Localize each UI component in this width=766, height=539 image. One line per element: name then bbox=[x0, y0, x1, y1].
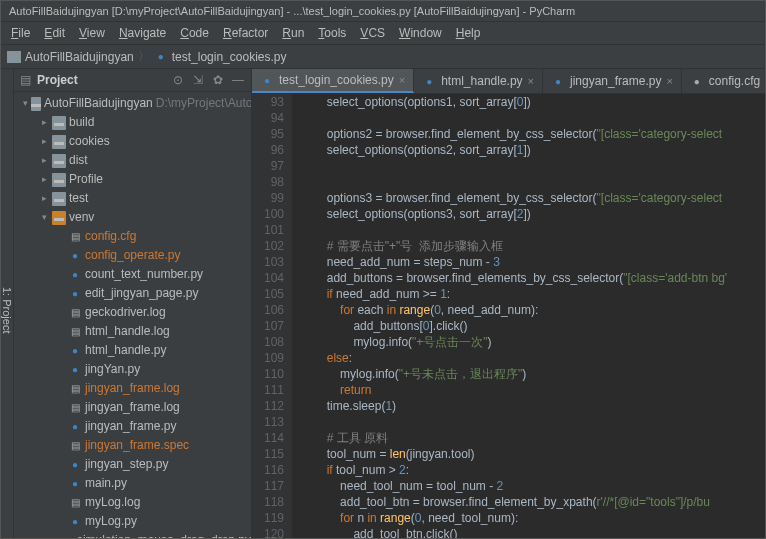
tree-item[interactable]: ●main.py bbox=[14, 474, 251, 493]
tree-item[interactable]: ▤myLog.log bbox=[14, 493, 251, 512]
editor: ●test_login_cookies.py×●html_handle.py×●… bbox=[252, 69, 766, 539]
folder-icon: ▬ bbox=[31, 97, 41, 111]
close-icon[interactable]: × bbox=[666, 75, 672, 87]
tree-item-label: test bbox=[69, 190, 88, 207]
tree-item[interactable]: ▾▬AutoFillBaidujingyan D:\myProject\Auto… bbox=[14, 94, 251, 113]
code-line[interactable]: tool_num = len(jingyan.tool) bbox=[300, 446, 766, 462]
tree-arrow-icon[interactable]: ▸ bbox=[39, 133, 49, 150]
code-line[interactable] bbox=[300, 222, 766, 238]
tree-arrow-icon[interactable]: ▸ bbox=[39, 114, 49, 131]
code-line[interactable]: return bbox=[300, 382, 766, 398]
tree-item[interactable]: ▸▬build bbox=[14, 113, 251, 132]
menu-run[interactable]: Run bbox=[276, 24, 310, 42]
breadcrumb-root[interactable]: AutoFillBaidujingyan bbox=[25, 50, 134, 64]
code-line[interactable] bbox=[300, 158, 766, 174]
menu-vcs[interactable]: VCS bbox=[354, 24, 391, 42]
tree-item-label: html_handle.log bbox=[85, 323, 170, 340]
project-tree[interactable]: ▾▬AutoFillBaidujingyan D:\myProject\Auto… bbox=[14, 92, 251, 539]
code-line[interactable]: # 需要点击"+"号 添加步骤输入框 bbox=[300, 238, 766, 254]
code-line[interactable]: add_tool_btn = browser.find_element_by_x… bbox=[300, 494, 766, 510]
code-line[interactable]: if need_add_num >= 1: bbox=[300, 286, 766, 302]
folder-icon: ▤ bbox=[20, 73, 31, 87]
tree-item[interactable]: ▤html_handle.log bbox=[14, 322, 251, 341]
tree-item[interactable]: ●jingYan.py bbox=[14, 360, 251, 379]
tab-test_login_cookies-py[interactable]: ●test_login_cookies.py× bbox=[252, 69, 414, 93]
tree-item[interactable]: ●simulation_mouse_drag_drop.py bbox=[14, 531, 251, 539]
tree-item[interactable]: ▤jingyan_frame.log bbox=[14, 398, 251, 417]
tree-item[interactable]: ●jingyan_step.py bbox=[14, 455, 251, 474]
code-line[interactable] bbox=[300, 174, 766, 190]
code-line[interactable]: add_tool_btn.click() bbox=[300, 526, 766, 539]
menu-tools[interactable]: Tools bbox=[312, 24, 352, 42]
tree-item[interactable]: ●count_text_number.py bbox=[14, 265, 251, 284]
code-line[interactable] bbox=[300, 414, 766, 430]
expand-icon[interactable]: ⇲ bbox=[191, 73, 205, 87]
tree-item[interactable]: ▸▬Profile bbox=[14, 170, 251, 189]
tree-arrow-icon[interactable]: ▾ bbox=[39, 209, 49, 226]
breadcrumb-separator: 〉 bbox=[138, 48, 150, 65]
code-content[interactable]: select_options(options1, sort_array[0]) … bbox=[292, 94, 766, 539]
menu-view[interactable]: View bbox=[73, 24, 111, 42]
menu-help[interactable]: Help bbox=[450, 24, 487, 42]
tree-item[interactable]: ●jingyan_frame.py bbox=[14, 417, 251, 436]
code-line[interactable]: else: bbox=[300, 350, 766, 366]
tree-item[interactable]: ▤config.cfg bbox=[14, 227, 251, 246]
code-line[interactable]: options3 = browser.find_element_by_css_s… bbox=[300, 190, 766, 206]
code-line[interactable]: mylog.info("+号未点击，退出程序") bbox=[300, 366, 766, 382]
tree-item-label: AutoFillBaidujingyan bbox=[44, 95, 153, 112]
code-line[interactable]: need_add_num = steps_num - 3 bbox=[300, 254, 766, 270]
code-line[interactable]: mylog.info("+号点击一次") bbox=[300, 334, 766, 350]
tree-item[interactable]: ▾▬venv bbox=[14, 208, 251, 227]
breadcrumb-file[interactable]: test_login_cookies.py bbox=[172, 50, 287, 64]
tab-jingyan_frame-py[interactable]: ●jingyan_frame.py× bbox=[543, 69, 682, 93]
tree-item[interactable]: ●edit_jingyan_page.py bbox=[14, 284, 251, 303]
line-number: 99 bbox=[264, 190, 284, 206]
code-line[interactable]: for each in range(0, need_add_num): bbox=[300, 302, 766, 318]
tree-item-label: Profile bbox=[69, 171, 103, 188]
code-line[interactable]: select_options(options2, sort_array[1]) bbox=[300, 142, 766, 158]
menu-edit[interactable]: Edit bbox=[38, 24, 71, 42]
menu-window[interactable]: Window bbox=[393, 24, 448, 42]
tree-item-label: myLog.log bbox=[85, 494, 140, 511]
code-line[interactable]: # 工具 原料 bbox=[300, 430, 766, 446]
tab-html_handle-py[interactable]: ●html_handle.py× bbox=[414, 69, 543, 93]
code-line[interactable]: select_options(options1, sort_array[0]) bbox=[300, 94, 766, 110]
menu-refactor[interactable]: Refactor bbox=[217, 24, 274, 42]
tree-item[interactable]: ▤jingyan_frame.log bbox=[14, 379, 251, 398]
code-line[interactable]: add_buttons = browser.find_elements_by_c… bbox=[300, 270, 766, 286]
code-line[interactable]: select_options(options3, sort_array[2]) bbox=[300, 206, 766, 222]
hide-icon[interactable]: — bbox=[231, 73, 245, 87]
tree-arrow-icon[interactable]: ▸ bbox=[39, 152, 49, 169]
project-tool-tab[interactable]: 1: Project bbox=[1, 69, 14, 539]
menu-file[interactable]: File bbox=[5, 24, 36, 42]
code-line[interactable]: for n in range(0, need_tool_num): bbox=[300, 510, 766, 526]
code-line[interactable]: if tool_num > 2: bbox=[300, 462, 766, 478]
close-icon[interactable]: × bbox=[528, 75, 534, 87]
collapse-icon[interactable]: ⊙ bbox=[171, 73, 185, 87]
tree-item-label: edit_jingyan_page.py bbox=[85, 285, 198, 302]
menu-code[interactable]: Code bbox=[174, 24, 215, 42]
tree-arrow-icon[interactable]: ▸ bbox=[39, 171, 49, 188]
tree-item[interactable]: ●html_handle.py bbox=[14, 341, 251, 360]
tree-arrow-icon[interactable]: ▸ bbox=[39, 190, 49, 207]
tree-item[interactable]: ▸▬cookies bbox=[14, 132, 251, 151]
tree-item[interactable]: ▸▬dist bbox=[14, 151, 251, 170]
menu-navigate[interactable]: Navigate bbox=[113, 24, 172, 42]
tree-item[interactable]: ▤geckodriver.log bbox=[14, 303, 251, 322]
tree-item[interactable]: ▸▬test bbox=[14, 189, 251, 208]
tree-item[interactable]: ▤jingyan_frame.spec bbox=[14, 436, 251, 455]
tree-item[interactable]: ●myLog.py bbox=[14, 512, 251, 531]
settings-icon[interactable]: ✿ bbox=[211, 73, 225, 87]
code-line[interactable]: need_tool_num = tool_num - 2 bbox=[300, 478, 766, 494]
line-number: 103 bbox=[264, 254, 284, 270]
tree-item[interactable]: ●config_operate.py bbox=[14, 246, 251, 265]
close-icon[interactable]: × bbox=[399, 74, 405, 86]
tab-config-cfg[interactable]: ●config.cfg× bbox=[682, 69, 766, 93]
code-line[interactable]: options2 = browser.find_element_by_css_s… bbox=[300, 126, 766, 142]
code-line[interactable]: time.sleep(1) bbox=[300, 398, 766, 414]
code-line[interactable] bbox=[300, 110, 766, 126]
line-number: 101 bbox=[264, 222, 284, 238]
code-line[interactable]: add_buttons[0].click() bbox=[300, 318, 766, 334]
tree-arrow-icon[interactable]: ▾ bbox=[23, 95, 28, 112]
code-area[interactable]: 9394959697989910010110210310410510610710… bbox=[252, 94, 766, 539]
